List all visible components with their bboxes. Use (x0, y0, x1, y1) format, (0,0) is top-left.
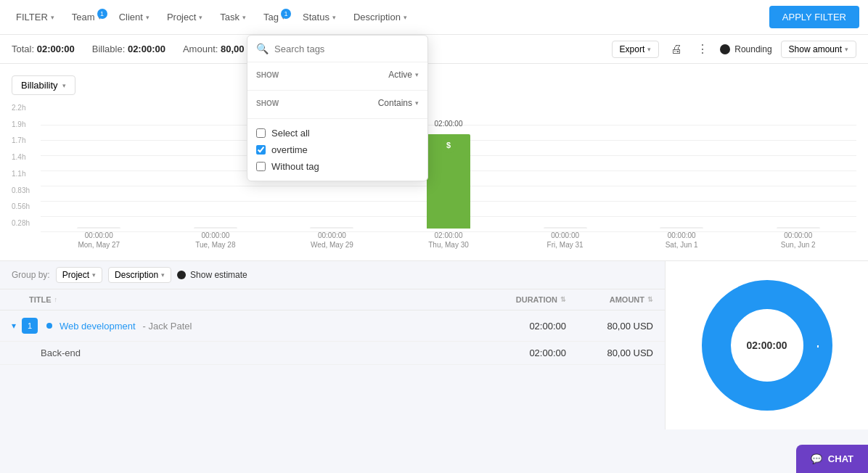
total-value: 02:00:00 (37, 44, 75, 54)
total-label: Total: (12, 44, 34, 54)
group-bar: Group by: Project ▾ Description ▾ Show e… (0, 261, 665, 289)
active-chevron-icon: ▾ (415, 71, 419, 78)
billability-chevron-icon: ▾ (62, 82, 66, 89)
rounding-label: Rounding (734, 44, 771, 54)
contains-chevron-icon: ▾ (415, 99, 419, 107)
donut-chart: 02:00:00 (695, 273, 840, 418)
estimate-circle-icon (177, 271, 186, 279)
stats-bar: Total: 02:00:00 Billable: 02:00:00 Amoun… (0, 35, 868, 64)
team-badge: 1 (97, 9, 107, 19)
team-label: Team (72, 12, 95, 22)
project-chevron-icon: ▾ (199, 14, 202, 21)
overtime-checkbox[interactable] (256, 145, 266, 155)
select-all-checkbox[interactable] (256, 128, 266, 138)
share-button[interactable]: ⋮ (694, 39, 711, 59)
group2-label: Description (115, 270, 158, 280)
chart-area: Billability ▾ 2.2h 1.9h 1.7h 1.4h 1.1h 0… (0, 64, 868, 261)
task-filter-button[interactable]: Task ▾ (213, 7, 253, 27)
row-duration: 02:00:00 (529, 321, 566, 332)
bar-fri (544, 227, 587, 229)
project-dot (46, 323, 52, 329)
export-label: Export (620, 44, 645, 54)
bar-sat (660, 227, 703, 229)
bar-chart: 2.2h 1.9h 1.7h 1.4h 1.1h 0.83h 0.56h 0.2… (12, 104, 856, 249)
billability-label: Billability (21, 80, 58, 91)
stats-bar-right: Export ▾ 🖨 ⋮ Rounding Show amount ▾ (612, 39, 856, 59)
collapse-icon[interactable]: ▾ (12, 321, 16, 331)
table-body: ▾ 1 Web development - Jack Patel 02:00:0… (0, 310, 665, 429)
tag-dropdown: 🔍 SHOW Active ▾ SHOW Contains ▾ Select a… (247, 35, 428, 181)
group1-chevron-icon: ▾ (92, 271, 96, 279)
group1-label: Project (62, 270, 89, 280)
sub-row: Back-end 02:00:00 80,00 USD (0, 342, 665, 365)
description-filter-button[interactable]: Description ▾ (346, 7, 414, 27)
search-icon: 🔍 (256, 43, 269, 54)
duration-sort-icon[interactable]: ⇅ (560, 296, 566, 303)
task-label: Task (220, 12, 239, 22)
active-value[interactable]: Active ▾ (388, 70, 419, 80)
row-subtitle: - Jack Patel (143, 321, 192, 332)
without-tag-item[interactable]: Without tag (256, 158, 419, 175)
without-tag-checkbox[interactable] (256, 162, 266, 171)
bar-mon (77, 227, 120, 229)
chart-col-wed: 00:00:00 Wed, May 29 (274, 227, 390, 249)
duration-header: DURATION (516, 295, 557, 304)
contains-value[interactable]: Contains ▾ (378, 98, 419, 108)
apply-filter-button[interactable]: APPLY FILTER (769, 6, 859, 28)
tag-filter-button[interactable]: Tag ▾ 1 (256, 7, 292, 27)
donut-center-label: 02:00:00 (746, 340, 787, 351)
chart-col-sat: 00:00:00 Sat, Jun 1 (623, 227, 740, 249)
export-button[interactable]: Export ▾ (612, 41, 660, 58)
billability-button[interactable]: Billability ▾ (12, 75, 75, 95)
tag-search-input[interactable] (274, 44, 419, 54)
title-sort-icon[interactable]: ↑ (54, 296, 58, 303)
group-description-button[interactable]: Description ▾ (108, 267, 171, 283)
amount-header: AMOUNT (610, 295, 644, 304)
status-filter-button[interactable]: Status ▾ (295, 7, 343, 27)
show-active-row: SHOW Active ▾ (247, 62, 427, 91)
chart-col-sun: 00:00:00 Sun, Jun 2 (740, 227, 856, 249)
active-text: Active (388, 70, 412, 80)
status-label: Status (303, 12, 329, 22)
rounding-toggle[interactable]: Rounding (720, 44, 771, 54)
contains-text: Contains (378, 98, 412, 108)
bar-thu: 02:00:00 $ (427, 134, 470, 229)
chart-col-fri: 00:00:00 Fri, May 31 (507, 227, 623, 249)
show-amount-button[interactable]: Show amount ▾ (781, 41, 856, 58)
filter-button[interactable]: FILTER ▾ (9, 7, 62, 27)
project-title[interactable]: Web development (60, 321, 136, 332)
status-chevron-icon: ▾ (332, 14, 336, 21)
bar-sun (777, 227, 820, 229)
filter-chevron-icon: ▾ (51, 14, 54, 21)
show-contains-row: SHOW Contains ▾ (247, 91, 427, 119)
donut-section: 02:00:00 (665, 261, 868, 429)
export-chevron-icon: ▾ (647, 46, 651, 53)
bar-wed (310, 227, 353, 229)
filter-bar: FILTER ▾ Team ▾ 1 Client ▾ Project ▾ Tas… (0, 0, 868, 35)
table-section: Group by: Project ▾ Description ▾ Show e… (0, 261, 665, 429)
group-project-button[interactable]: Project ▾ (56, 267, 102, 283)
project-filter-button[interactable]: Project ▾ (160, 7, 210, 27)
total-stat: Total: 02:00:00 (12, 44, 75, 54)
description-label: Description (353, 12, 401, 22)
show-estimate-label: Show estimate (190, 270, 247, 280)
task-chevron-icon: ▾ (242, 14, 246, 21)
chart-inner: 00:00:00 Mon, May 27 00:00:00 Tue, May 2… (12, 104, 856, 249)
amount-sort-icon[interactable]: ⇅ (647, 296, 653, 303)
select-all-item[interactable]: Select all (256, 125, 419, 141)
title-header: TITLE (29, 295, 52, 304)
print-button[interactable]: 🖨 (668, 40, 685, 59)
client-filter-button[interactable]: Client ▾ (112, 7, 157, 27)
tag-items: Select all overtime Without tag (247, 119, 427, 181)
client-label: Client (119, 12, 143, 22)
chart-col-mon: 00:00:00 Mon, May 27 (41, 227, 157, 249)
amount-label: Amount: (183, 44, 218, 54)
show2-label: SHOW (256, 99, 279, 107)
show-estimate-toggle[interactable]: Show estimate (177, 270, 247, 280)
rounding-circle-icon (720, 44, 730, 54)
overtime-item[interactable]: overtime (256, 141, 419, 158)
tag-label: Tag (263, 12, 279, 22)
billable-value: 02:00:00 (128, 44, 165, 54)
team-filter-button[interactable]: Team ▾ 1 (65, 7, 109, 27)
table-header: TITLE ↑ DURATION ⇅ AMOUNT ⇅ (0, 289, 665, 310)
